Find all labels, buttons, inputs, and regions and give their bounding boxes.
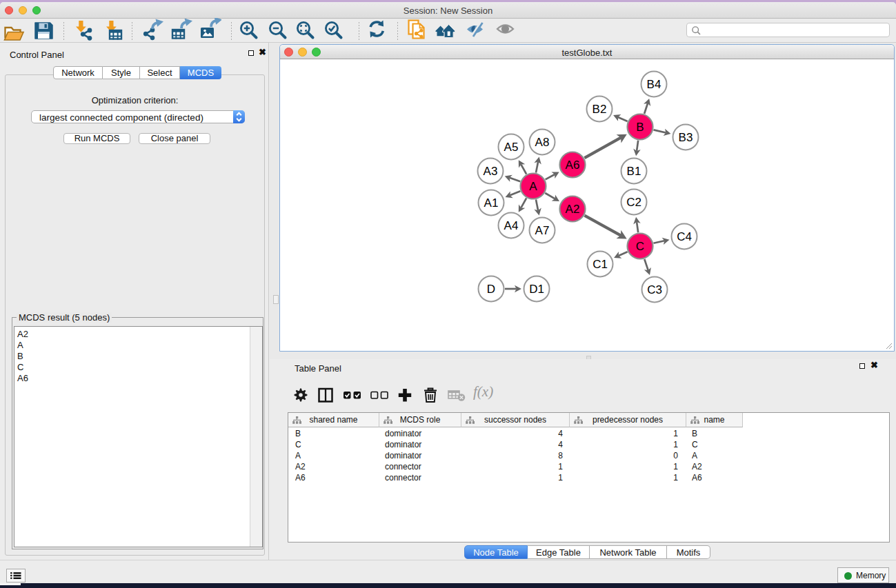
svg-text:A1: A1: [484, 196, 498, 209]
svg-text:C1: C1: [593, 257, 608, 270]
svg-text:A: A: [529, 179, 537, 192]
svg-text:B2: B2: [592, 102, 606, 115]
svg-text:C4: C4: [677, 230, 692, 243]
svg-text:C: C: [635, 239, 644, 252]
svg-text:C2: C2: [626, 195, 641, 208]
svg-text:B1: B1: [626, 164, 641, 177]
svg-text:A5: A5: [504, 140, 518, 153]
svg-text:D1: D1: [529, 282, 544, 295]
svg-text:B: B: [636, 120, 644, 133]
svg-text:A4: A4: [504, 219, 518, 232]
svg-text:B4: B4: [646, 77, 661, 90]
svg-text:A6: A6: [565, 158, 579, 171]
svg-text:B3: B3: [678, 130, 693, 143]
svg-text:A3: A3: [483, 164, 497, 177]
svg-text:A2: A2: [565, 202, 579, 215]
svg-text:D: D: [486, 282, 495, 295]
svg-text:A7: A7: [535, 223, 549, 236]
svg-text:A8: A8: [535, 135, 549, 148]
svg-text:C3: C3: [647, 283, 662, 296]
